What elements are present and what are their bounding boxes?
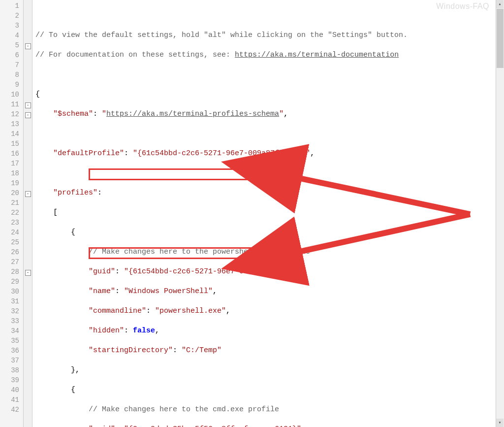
fold-slot bbox=[24, 346, 32, 356]
json-value: "{61c54bbd-c2c6-5271-96e7-009a87ff44bf}" bbox=[124, 267, 301, 276]
fold-slot bbox=[24, 50, 32, 60]
schema-link[interactable]: https://aka.ms/terminal-profiles-schema bbox=[106, 110, 279, 118]
doc-link[interactable]: https://aka.ms/terminal-documentation bbox=[235, 51, 399, 59]
line-number: 5 bbox=[0, 40, 23, 50]
fold-slot bbox=[24, 365, 32, 375]
code-line[interactable]: "name": "Windows PowerShell", bbox=[32, 287, 494, 296]
line-number: 10 bbox=[0, 90, 23, 99]
code-line[interactable]: [ bbox=[32, 208, 494, 218]
code-line[interactable]: }, bbox=[32, 365, 494, 375]
json-value: "Windows PowerShell" bbox=[124, 287, 213, 296]
line-number: 4 bbox=[0, 31, 23, 40]
fold-toggle[interactable]: - bbox=[24, 40, 32, 50]
json-key: "commandline" bbox=[89, 307, 146, 315]
code-area[interactable]: // To view the default settings, hold "a… bbox=[32, 0, 494, 427]
line-number: 14 bbox=[0, 129, 23, 139]
line-number: 27 bbox=[0, 257, 23, 267]
fold-slot bbox=[24, 119, 32, 129]
code-line[interactable] bbox=[32, 168, 494, 178]
code-line[interactable]: // Make changes here to the powershell.e… bbox=[32, 247, 494, 257]
line-number: 35 bbox=[0, 336, 23, 346]
scroll-up-button[interactable]: ▴ bbox=[496, 0, 504, 8]
line-number: 37 bbox=[0, 356, 23, 365]
json-key: "guid" bbox=[89, 425, 115, 427]
line-number: 39 bbox=[0, 375, 23, 385]
vertical-scrollbar[interactable]: ▴ ▾ bbox=[496, 0, 504, 427]
fold-slot bbox=[24, 1, 32, 11]
comment: // Make changes here to the cmd.exe prof… bbox=[89, 405, 279, 414]
fold-toggle[interactable]: - bbox=[24, 109, 32, 119]
line-number: 8 bbox=[0, 70, 23, 80]
code-line[interactable]: "guid": "{61c54bbd-c2c6-5271-96e7-009a87… bbox=[32, 267, 494, 277]
code-line[interactable]: "commandline": "powershell.exe", bbox=[32, 306, 494, 316]
line-number: 41 bbox=[0, 395, 23, 405]
code-line[interactable]: "defaultProfile": "{61c54bbd-c2c6-5271-9… bbox=[32, 149, 494, 159]
json-value: "powershell.exe" bbox=[155, 307, 226, 315]
line-number: 17 bbox=[0, 159, 23, 168]
fold-slot bbox=[24, 385, 32, 395]
line-number: 21 bbox=[0, 198, 23, 208]
code-line[interactable] bbox=[32, 70, 494, 80]
fold-slot bbox=[24, 326, 32, 336]
fold-slot bbox=[24, 375, 32, 385]
fold-toggle[interactable]: - bbox=[24, 99, 32, 109]
line-number: 18 bbox=[0, 168, 23, 178]
fold-toggle[interactable]: - bbox=[24, 188, 32, 198]
code-line[interactable]: "profiles": bbox=[32, 188, 494, 198]
line-number: 25 bbox=[0, 237, 23, 247]
code-line[interactable] bbox=[32, 129, 494, 139]
code-line[interactable]: // To view the default settings, hold "a… bbox=[32, 31, 494, 40]
code-line[interactable]: { bbox=[32, 228, 494, 237]
fold-slot bbox=[24, 149, 32, 159]
brace: { bbox=[71, 386, 75, 394]
json-value: "{61c54bbd-c2c6-5271-96e7-009a87ff44bf}" bbox=[133, 149, 310, 158]
code-line[interactable]: "guid": "{0caa0dad-35be-5f56-a8ff-afceee… bbox=[32, 425, 494, 427]
minus-icon: - bbox=[25, 112, 31, 118]
fold-slot bbox=[24, 277, 32, 287]
line-number: 3 bbox=[0, 21, 23, 31]
line-number: 26 bbox=[0, 247, 23, 257]
fold-slot bbox=[24, 129, 32, 139]
fold-slot bbox=[24, 168, 32, 178]
fold-slot bbox=[24, 21, 32, 31]
line-number: 38 bbox=[0, 365, 23, 375]
fold-slot bbox=[24, 395, 32, 405]
fold-slot bbox=[24, 198, 32, 208]
json-key: "name" bbox=[89, 287, 115, 296]
line-number: 7 bbox=[0, 60, 23, 70]
line-number: 42 bbox=[0, 405, 23, 415]
line-number: 13 bbox=[0, 119, 23, 129]
brace: }, bbox=[71, 366, 80, 374]
json-value: "{0caa0dad-35be-5f56-a8ff-afceeeaa6101}" bbox=[124, 425, 301, 427]
json-key: "guid" bbox=[89, 267, 115, 276]
line-number: 15 bbox=[0, 139, 23, 149]
fold-slot bbox=[24, 31, 32, 40]
fold-gutter: - - - - - bbox=[24, 0, 32, 427]
fold-slot bbox=[24, 208, 32, 218]
code-line[interactable]: { bbox=[32, 90, 494, 99]
code-line[interactable]: // Make changes here to the cmd.exe prof… bbox=[32, 405, 494, 415]
bracket: [ bbox=[53, 208, 58, 217]
fold-slot bbox=[24, 316, 32, 326]
brace: { bbox=[71, 228, 75, 236]
line-number: 32 bbox=[0, 306, 23, 316]
minus-icon: - bbox=[25, 191, 31, 197]
scroll-thumb[interactable] bbox=[497, 9, 504, 68]
code-line[interactable]: "startingDirectory": "C:/Temp" bbox=[32, 346, 494, 356]
fold-slot bbox=[24, 336, 32, 346]
line-number: 34 bbox=[0, 326, 23, 336]
line-number: 19 bbox=[0, 178, 23, 188]
fold-toggle[interactable]: - bbox=[24, 267, 32, 277]
line-number: 24 bbox=[0, 228, 23, 237]
code-line[interactable]: // For documentation on these settings, … bbox=[32, 50, 494, 60]
code-line[interactable]: "$schema": "https://aka.ms/terminal-prof… bbox=[32, 109, 494, 119]
json-key: "startingDirectory" bbox=[89, 346, 173, 355]
code-line[interactable] bbox=[32, 11, 494, 21]
json-key: "$schema" bbox=[53, 110, 93, 118]
code-line[interactable]: "hidden": false, bbox=[32, 326, 494, 336]
scroll-down-button[interactable]: ▾ bbox=[496, 419, 504, 427]
line-number: 30 bbox=[0, 287, 23, 296]
fold-slot bbox=[24, 90, 32, 99]
code-line[interactable]: { bbox=[32, 385, 494, 395]
line-number: 36 bbox=[0, 346, 23, 356]
